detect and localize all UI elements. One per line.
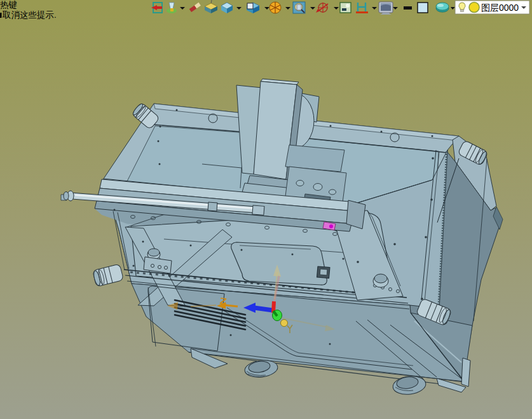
svg-text:热键: 热键 — [0, 0, 17, 10]
svg-text:取消这些提示.: 取消这些提示. — [2, 10, 57, 20]
svg-text:图层0000: 图层0000 — [481, 3, 519, 13]
